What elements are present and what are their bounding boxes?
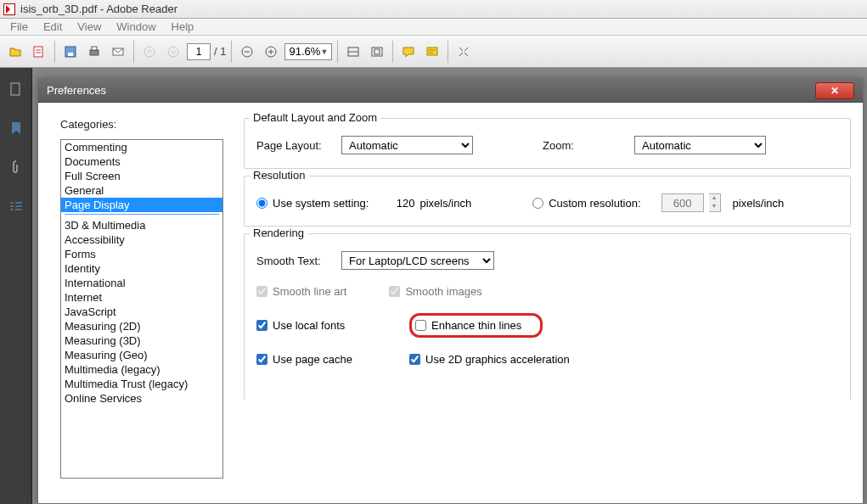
smooth-text-label: Smooth Text: bbox=[256, 255, 333, 267]
separator bbox=[231, 41, 232, 63]
category-item[interactable]: JavaScript bbox=[61, 305, 222, 319]
menu-view[interactable]: View bbox=[70, 19, 108, 35]
category-item[interactable]: General bbox=[61, 183, 222, 198]
bookmark-icon[interactable] bbox=[8, 120, 24, 136]
svg-rect-3 bbox=[90, 50, 99, 55]
use-local-fonts-checkbox[interactable] bbox=[256, 320, 267, 331]
page-down-icon[interactable] bbox=[163, 42, 183, 62]
attachment-icon[interactable] bbox=[8, 160, 24, 175]
use-system-radio[interactable] bbox=[256, 198, 267, 209]
print-icon[interactable] bbox=[84, 42, 104, 62]
resolution-unit: pixels/inch bbox=[419, 197, 471, 210]
use-page-cache-checkbox[interactable] bbox=[256, 354, 267, 365]
menu-file[interactable]: File bbox=[3, 19, 35, 35]
menu-help[interactable]: Help bbox=[165, 19, 201, 35]
resolution-group: Resolution Use system setting: 120 pixel… bbox=[244, 176, 851, 227]
window-titlebar: isis_orb_3D.pdf - Adobe Reader bbox=[0, 0, 867, 19]
category-item[interactable]: Online Services bbox=[61, 391, 222, 406]
thumbnails-icon[interactable] bbox=[8, 81, 24, 97]
dialog-title: Preferences bbox=[47, 84, 106, 97]
category-divider bbox=[65, 214, 219, 215]
smooth-line-art-label: Smooth line art bbox=[273, 285, 346, 298]
save-icon[interactable] bbox=[60, 42, 81, 62]
system-resolution-value: 120 bbox=[374, 197, 414, 210]
nav-pane bbox=[0, 68, 32, 504]
svg-rect-14 bbox=[11, 83, 20, 95]
layers-icon[interactable] bbox=[8, 199, 24, 214]
smooth-text-dropdown[interactable]: For Laptop/LCD screens bbox=[341, 251, 494, 270]
use-system-label: Use system setting: bbox=[273, 197, 369, 210]
separator bbox=[337, 41, 338, 63]
custom-resolution-label: Custom resolution: bbox=[549, 197, 640, 210]
dialog-titlebar: Preferences ✕ bbox=[38, 79, 863, 103]
enhance-thin-lines-highlight: Enhance thin lines bbox=[409, 313, 543, 338]
category-item[interactable]: Full Screen bbox=[61, 169, 222, 183]
page-number-input[interactable] bbox=[187, 43, 211, 60]
create-pdf-icon[interactable] bbox=[29, 42, 49, 62]
menu-edit[interactable]: Edit bbox=[37, 19, 69, 35]
comment-icon[interactable] bbox=[398, 42, 419, 62]
menu-window[interactable]: Window bbox=[110, 19, 162, 35]
svg-rect-12 bbox=[374, 49, 380, 54]
zoom-dropdown[interactable]: Automatic bbox=[634, 136, 766, 154]
category-item[interactable]: Internet bbox=[61, 290, 222, 305]
categories-list[interactable]: CommentingDocumentsFull ScreenGeneralPag… bbox=[60, 139, 223, 479]
svg-rect-4 bbox=[92, 47, 97, 50]
zoom-in-icon[interactable] bbox=[261, 42, 281, 62]
close-button[interactable]: ✕ bbox=[815, 82, 854, 99]
svg-point-7 bbox=[168, 47, 178, 57]
page-up-icon[interactable] bbox=[139, 42, 160, 62]
separator bbox=[448, 41, 448, 63]
open-icon[interactable] bbox=[5, 42, 25, 62]
preferences-dialog: Preferences ✕ Categories: CommentingDocu… bbox=[37, 78, 864, 504]
svg-rect-2 bbox=[68, 53, 73, 56]
categories-label: Categories: bbox=[60, 118, 223, 131]
category-item[interactable]: Accessibility bbox=[61, 232, 222, 247]
category-item[interactable]: Measuring (3D) bbox=[61, 333, 222, 348]
custom-resolution-radio[interactable] bbox=[532, 198, 543, 209]
fit-width-icon[interactable] bbox=[343, 42, 363, 62]
custom-resolution-input bbox=[662, 193, 704, 212]
separator bbox=[54, 41, 55, 63]
separator bbox=[133, 41, 134, 63]
resolution-spinner: ▲▼ bbox=[709, 193, 721, 212]
category-item[interactable]: 3D & Multimedia bbox=[61, 218, 222, 232]
category-item[interactable]: Documents bbox=[61, 154, 222, 169]
use-2d-accel-checkbox[interactable] bbox=[409, 354, 420, 365]
toolbar: / 1 91.6%▼ bbox=[0, 36, 867, 68]
read-mode-icon[interactable] bbox=[453, 42, 474, 62]
category-item[interactable]: Measuring (2D) bbox=[61, 319, 222, 333]
zoom-out-icon[interactable] bbox=[237, 42, 257, 62]
resolution-unit: pixels/inch bbox=[733, 197, 785, 210]
category-item[interactable]: Identity bbox=[61, 261, 222, 276]
category-item[interactable]: Measuring (Geo) bbox=[61, 348, 222, 362]
zoom-label: Zoom: bbox=[543, 139, 619, 152]
fit-page-icon[interactable] bbox=[367, 42, 387, 62]
window-title: isis_orb_3D.pdf - Adobe Reader bbox=[20, 3, 177, 15]
smooth-images-checkbox bbox=[389, 286, 400, 297]
group-label: Rendering bbox=[250, 227, 307, 239]
svg-point-6 bbox=[144, 47, 155, 57]
category-item[interactable]: Multimedia (legacy) bbox=[61, 362, 222, 377]
group-label: Default Layout and Zoom bbox=[250, 111, 380, 124]
page-total-label: / 1 bbox=[214, 45, 226, 58]
svg-rect-0 bbox=[34, 47, 42, 57]
page-layout-label: Page Layout: bbox=[256, 139, 333, 152]
category-item[interactable]: Forms bbox=[61, 247, 222, 261]
rendering-group: Rendering Smooth Text: For Laptop/LCD sc… bbox=[244, 233, 851, 400]
category-item[interactable]: International bbox=[61, 276, 222, 290]
highlight-icon[interactable] bbox=[422, 42, 442, 62]
separator bbox=[392, 41, 393, 63]
category-item[interactable]: Commenting bbox=[61, 140, 222, 154]
app-logo-icon bbox=[3, 3, 15, 15]
page-layout-dropdown[interactable]: Automatic bbox=[341, 136, 473, 154]
enhance-thin-lines-label: Enhance thin lines bbox=[431, 319, 521, 332]
zoom-level-dropdown[interactable]: 91.6%▼ bbox=[284, 43, 332, 60]
category-item[interactable]: Multimedia Trust (legacy) bbox=[61, 377, 222, 391]
enhance-thin-lines-checkbox[interactable] bbox=[415, 320, 426, 331]
category-item[interactable]: Page Display bbox=[61, 198, 222, 212]
smooth-images-label: Smooth images bbox=[405, 285, 481, 298]
svg-rect-13 bbox=[427, 48, 437, 55]
email-icon[interactable] bbox=[108, 42, 128, 62]
smooth-line-art-checkbox bbox=[256, 286, 267, 297]
